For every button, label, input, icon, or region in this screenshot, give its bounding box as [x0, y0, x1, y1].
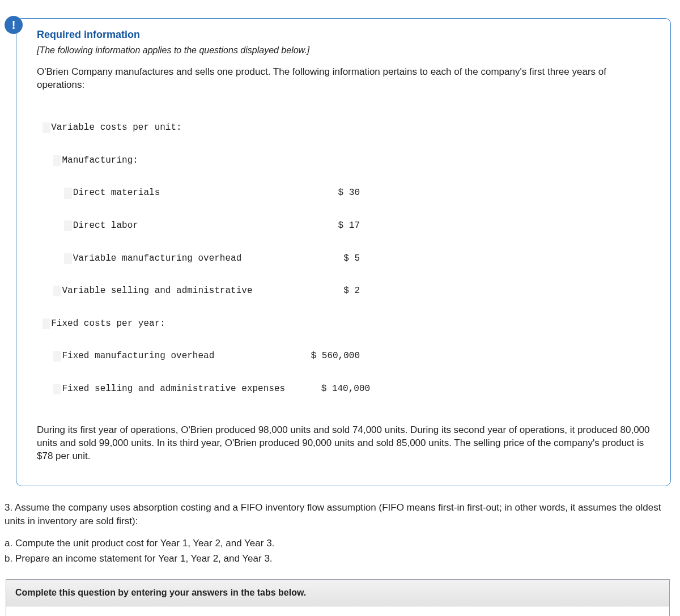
question-3a-text: a. Compute the unit product cost for Yea…	[5, 537, 670, 550]
required-info-subtitle: [The following information applies to th…	[37, 45, 654, 56]
required-info-title: Required information	[37, 29, 654, 41]
required-info-panel: Required information [The following info…	[16, 18, 671, 486]
required-info-intro: O'Brien Company manufactures and sells o…	[37, 66, 654, 92]
answers-banner: Complete this question by entering your …	[6, 580, 669, 606]
info-badge-icon: !	[5, 16, 23, 34]
required-info-body: During its first year of operations, O'B…	[37, 424, 654, 463]
cost-data-block: Variable costs per unit: Manufacturing: …	[37, 101, 654, 416]
question-3b-text: b. Prepare an income statement for Year …	[5, 552, 670, 565]
answers-panel: Complete this question by entering your …	[6, 579, 670, 616]
question-3-text: 3. Assume the company uses absorption co…	[5, 501, 670, 528]
question-block: 3. Assume the company uses absorption co…	[2, 500, 678, 566]
